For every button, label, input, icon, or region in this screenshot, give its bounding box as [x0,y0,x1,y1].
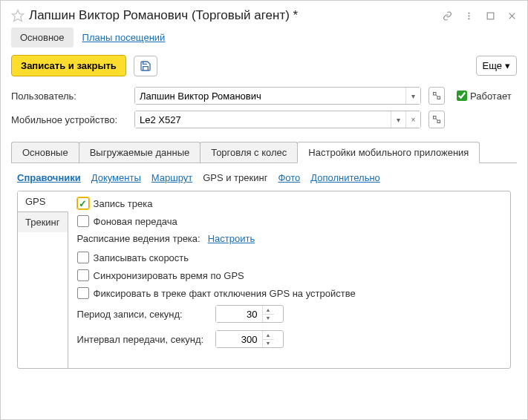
works-check-wrap: Работает [457,91,512,102]
schedule-label: Расписание ведения трека: [77,233,201,244]
gps-panel: GPS Трекинг Запись трека Фоновая передач… [17,191,511,369]
toolbar: Записать и закрыть Еще ▾ [1,52,527,87]
device-input-wrap: ▾ × [134,111,421,128]
interval-spin-up[interactable]: ▲ [263,331,274,340]
tab-mobile[interactable]: Настройки мобильного приложения [297,142,480,163]
star-icon[interactable] [11,9,25,22]
tabs-secondary: Основные Выгружаемые данные Торговля с к… [11,142,517,163]
more-button-label: Еще [483,60,502,71]
interval-label: Интервал передачи, секунд: [77,334,211,345]
kebab-icon[interactable] [464,11,474,21]
speed-label: Записывать скорость [94,252,189,263]
link-gps[interactable]: GPS и трекинг [203,172,267,183]
side-tab-gps[interactable]: GPS [18,191,68,212]
user-open-button[interactable] [428,87,445,105]
side-tabs: GPS Трекинг [18,191,68,368]
svg-rect-10 [434,117,437,119]
maximize-icon[interactable] [486,11,495,21]
background-label: Фоновая передача [94,216,177,227]
sync-time-label: Синхронизировать время по GPS [94,270,244,281]
more-button[interactable]: Еще ▾ [476,56,517,76]
form-rows: Пользователь: ▾ Работает Мобильное устро… [1,87,527,142]
titlebar-controls [443,11,517,21]
link-photo[interactable]: Фото [278,172,300,183]
svg-line-9 [436,95,437,96]
panel-content: Запись трека Фоновая передача Расписание… [68,191,510,368]
nav-tabs: Основное Планы посещений [1,27,527,52]
svg-point-2 [468,15,469,16]
svg-point-1 [468,12,469,13]
side-tab-tracking[interactable]: Трекинг [18,212,68,232]
save-button[interactable] [134,56,157,76]
period-spin-down[interactable]: ▼ [263,315,274,323]
device-open-button[interactable] [428,111,445,128]
interval-spin-down[interactable]: ▼ [263,340,274,348]
svg-marker-0 [13,10,24,22]
period-input[interactable] [216,306,262,322]
record-track-label: Запись трека [94,198,153,209]
svg-rect-11 [437,120,440,123]
interval-input[interactable] [216,331,262,347]
user-input-wrap: ▾ [134,87,421,105]
window: Лапшин Виктор Романович (Торговый агент)… [0,0,528,420]
save-close-button[interactable]: Записать и закрыть [11,55,126,76]
sync-time-checkbox[interactable] [77,269,89,281]
period-spin-up[interactable]: ▲ [263,306,274,315]
works-checkbox[interactable] [457,91,467,101]
tab-main[interactable]: Основные [11,142,79,163]
links-row: Справочники Документы Маршрут GPS и трек… [1,163,527,191]
svg-rect-8 [437,96,440,99]
schedule-configure-link[interactable]: Настроить [208,233,255,244]
link-docs[interactable]: Документы [91,172,141,183]
svg-rect-7 [434,93,437,96]
svg-rect-4 [487,13,494,19]
svg-point-3 [468,18,469,19]
background-checkbox[interactable] [77,215,89,227]
link-icon[interactable] [443,11,452,21]
nav-tab-main[interactable]: Основное [11,27,74,47]
record-track-checkbox[interactable] [77,197,89,209]
user-dropdown-button[interactable]: ▾ [405,88,420,104]
chevron-down-icon: ▾ [505,60,510,71]
device-input[interactable] [135,111,391,128]
titlebar: Лапшин Виктор Романович (Торговый агент)… [1,1,527,27]
period-label: Период записи, секунд: [77,309,211,320]
period-input-wrap: ▲ ▼ [215,305,284,323]
interval-input-wrap: ▲ ▼ [215,330,284,348]
nav-tab-plans[interactable]: Планы посещений [74,27,175,47]
device-label: Мобильное устройство: [11,114,130,125]
link-route[interactable]: Маршрут [151,172,192,183]
fix-off-label: Фиксировать в треке факт отключения GPS … [94,288,356,299]
close-icon[interactable] [507,11,517,21]
svg-line-12 [436,119,437,120]
link-catalogs[interactable]: Справочники [17,172,81,183]
fix-off-checkbox[interactable] [77,287,89,299]
tab-upload[interactable]: Выгружаемые данные [79,142,201,163]
speed-checkbox[interactable] [77,252,89,263]
window-title: Лапшин Виктор Романович (Торговый агент)… [29,8,438,23]
device-clear-button[interactable]: × [405,111,420,128]
works-label: Работает [470,91,512,102]
tab-trade[interactable]: Торговля с колес [200,142,298,163]
user-input[interactable] [135,88,405,104]
user-label: Пользователь: [11,91,130,102]
device-dropdown-button[interactable]: ▾ [391,111,405,128]
link-extra[interactable]: Дополнительно [310,172,380,183]
